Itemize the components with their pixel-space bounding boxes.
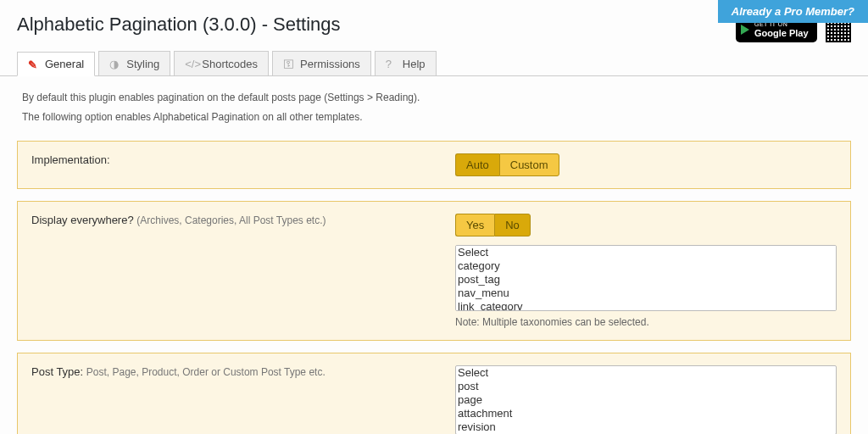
taxonomy-note: Note: Multiple taxonomies can be selecte… [455, 316, 837, 328]
tab-label: Styling [126, 58, 159, 70]
intro-line: The following option enables Alphabetica… [22, 108, 846, 127]
help-icon: ? [386, 58, 398, 70]
code-icon: </> [185, 58, 197, 70]
intro-line: By default this plugin enables paginatio… [22, 88, 846, 108]
tab-styling[interactable]: ◑ Styling [98, 51, 170, 75]
implementation-custom-button[interactable]: Custom [499, 153, 559, 176]
panel-post-type: Post Type: Post, Page, Product, Order or… [17, 353, 851, 434]
label-hint: (Archives, Categories, All Post Types et… [136, 214, 326, 226]
tab-help[interactable]: ? Help [375, 51, 437, 75]
tab-general[interactable]: ✎ General [17, 52, 95, 76]
tab-label: General [45, 58, 84, 70]
intro-text: By default this plugin enables paginatio… [0, 76, 868, 132]
row-body: Yes No Selectcategorypost_tagnav_menulin… [455, 214, 837, 328]
row-body: Auto Custom [455, 153, 837, 176]
tab-permissions[interactable]: ⚿ Permissions [272, 51, 371, 75]
display-toggle: Yes No [455, 214, 837, 236]
display-no-button[interactable]: No [494, 214, 531, 236]
taxonomy-select[interactable]: Selectcategorypost_tagnav_menulink_categ… [455, 245, 837, 311]
palette-icon: ◑ [109, 58, 121, 70]
label-text: Post Type: [31, 365, 83, 378]
pro-member-banner[interactable]: Already a Pro Member? [718, 0, 868, 23]
play-icon [741, 25, 749, 35]
tab-label: Permissions [300, 58, 360, 70]
label-text: Display everywhere? [31, 214, 134, 226]
row-label: Implementation: [31, 153, 455, 176]
panel-implementation: Implementation: Auto Custom [17, 141, 851, 189]
row-label: Display everywhere? (Archives, Categorie… [31, 214, 455, 328]
implementation-toggle: Auto Custom [455, 153, 837, 176]
row-body: Selectpostpageattachmentrevision [455, 365, 837, 434]
display-yes-button[interactable]: Yes [455, 214, 494, 236]
key-icon: ⚿ [283, 58, 295, 70]
settings-tabs: ✎ General ◑ Styling </> Shortcodes ⚿ Per… [0, 51, 868, 76]
signature-icon: ✎ [28, 58, 40, 70]
play-badge-text: GET IT ON Google Play [754, 21, 809, 38]
implementation-auto-button[interactable]: Auto [455, 153, 499, 176]
label-hint: Post, Page, Product, Order or Custom Pos… [86, 366, 326, 378]
tab-label: Help [403, 58, 426, 70]
row-label: Post Type: Post, Page, Product, Order or… [31, 365, 455, 434]
tab-shortcodes[interactable]: </> Shortcodes [174, 51, 269, 75]
panel-display-everywhere: Display everywhere? (Archives, Categorie… [17, 201, 851, 341]
tab-label: Shortcodes [202, 58, 258, 70]
post-type-select[interactable]: Selectpostpageattachmentrevision [455, 365, 837, 434]
page-title: Alphabetic Pagination (3.0.0) - Settings [17, 14, 341, 36]
